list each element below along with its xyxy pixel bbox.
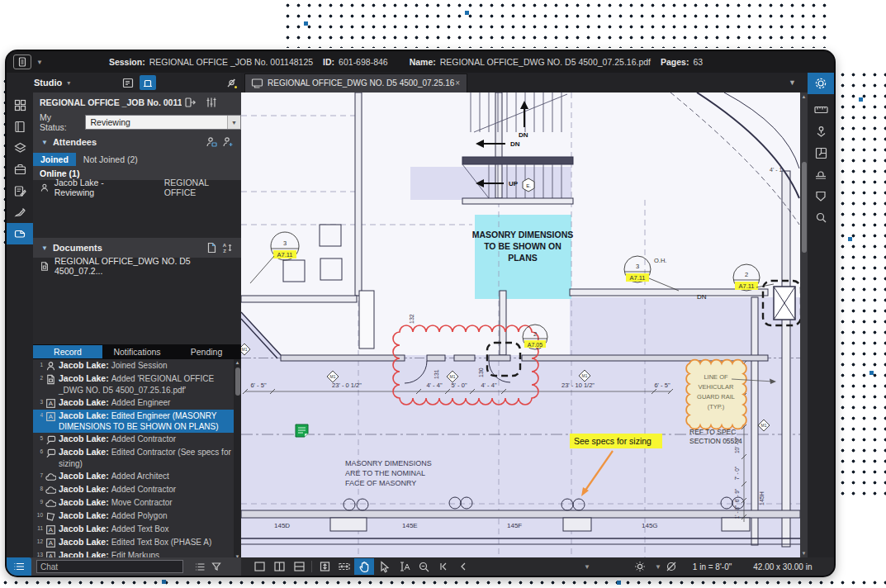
document-badge-icon[interactable] [13, 55, 31, 69]
chevron-down-icon[interactable]: ▾ [67, 79, 70, 87]
split-vertical-icon[interactable] [269, 558, 289, 575]
studio-panel: REGIONAL OFFICE _JOB No. 001148125 - 601… [33, 92, 241, 557]
leave-session-icon[interactable] [182, 95, 198, 110]
split-horizontal-icon[interactable] [289, 558, 309, 575]
record-row[interactable]: 1Jacob Lake:Joined Session [33, 359, 241, 372]
svg-text:A7.11: A7.11 [629, 274, 645, 282]
doc-name: Name: REGIONAL OFFICE_DWG NO. D5 4500_07… [410, 57, 651, 67]
my-status-label: My Status: [40, 112, 80, 132]
collapse-chevron-icon[interactable]: ▼ [41, 244, 48, 252]
markup-list-icon[interactable] [7, 180, 33, 202]
documents-header[interactable]: ▼ Documents AZ [33, 238, 241, 258]
properties-gear-icon[interactable] [808, 73, 834, 94]
page-size-indicator: 42.00 x 30.00 in [753, 562, 812, 571]
zoom-icon[interactable] [414, 558, 434, 575]
tab-record[interactable]: Record [33, 345, 102, 358]
stamp-icon[interactable] [808, 164, 834, 185]
session-value: REGIONAL OFFICE _JOB No. 001148125 [149, 57, 313, 67]
attendee-row[interactable]: Jacob Lake - Reviewing REGIONAL OFFICE [33, 180, 241, 195]
decor-accent [869, 371, 874, 375]
chevron-down-icon[interactable]: ▼ [227, 116, 240, 129]
attendee-org: REGIONAL OFFICE [164, 178, 241, 197]
studio-rail-icon[interactable] [7, 223, 33, 244]
record-row[interactable]: 7Jacob Lake:Added Architect [33, 470, 241, 483]
invite-attendee-icon[interactable] [220, 135, 236, 149]
list-view-icon[interactable] [192, 559, 208, 574]
record-row[interactable]: 10Jacob Lake:Added Polygon [33, 510, 241, 523]
select-cursor-icon[interactable] [374, 558, 394, 575]
tab-not-joined[interactable]: Not Joined (2) [76, 153, 145, 166]
previous-page-icon[interactable] [453, 558, 473, 575]
brightness-chevron-icon[interactable]: ▼ [655, 563, 661, 571]
first-page-icon[interactable] [434, 558, 453, 575]
close-tab-icon[interactable]: × [455, 78, 460, 88]
svg-text:4' - 4": 4' - 4" [481, 382, 496, 389]
add-document-icon[interactable] [203, 240, 220, 255]
record-row[interactable]: 8Jacob Lake:Added Contractor [33, 483, 241, 496]
pan-hand-icon[interactable] [354, 558, 374, 575]
record-row[interactable]: 9Jacob Lake:Move Contractor [33, 496, 241, 510]
measure-icon[interactable] [808, 99, 834, 121]
shield-icon[interactable] [808, 185, 834, 206]
svg-text:6' - 9": 6' - 9" [734, 488, 740, 502]
flag-pin-icon[interactable] [223, 75, 239, 90]
session-settings-icon[interactable] [203, 95, 220, 110]
svg-text:DN: DN [697, 293, 707, 301]
studio-session-icon[interactable] [140, 75, 156, 90]
fit-width-icon[interactable] [334, 558, 354, 575]
document-row[interactable]: REGIONAL OFFICE_DWG NO. D5 4500_07.2... [33, 258, 241, 274]
bookmarks-icon[interactable] [7, 116, 33, 137]
toolbar-chevron-icon[interactable]: ▼ [584, 563, 590, 571]
attendee-list: Jacob Lake - Reviewing REGIONAL OFFICE [33, 180, 241, 238]
document-tab[interactable]: REGIONAL OFFICE_DWG NO. D5 4500_07.25.16… [244, 74, 467, 92]
decor-dots-left [0, 76, 6, 249]
record-scrollbar[interactable]: ▲▼ [234, 359, 241, 557]
select-text-icon[interactable] [394, 558, 414, 575]
single-page-view-icon[interactable] [249, 558, 269, 575]
record-row[interactable]: 5Jacob Lake:Added Contractor [33, 433, 241, 446]
svg-text:145F: 145F [507, 522, 522, 529]
search-icon[interactable] [808, 206, 834, 228]
spaces-pin-icon[interactable] [808, 121, 834, 142]
scale-indicator[interactable]: 1 in = 8'-0" [693, 562, 732, 571]
my-status-select[interactable]: Reviewing ▼ [85, 115, 241, 130]
fit-page-icon[interactable] [315, 558, 334, 575]
record-row[interactable]: 3Jacob Lake:Added Engineer [33, 396, 241, 410]
tab-notifications[interactable]: Notifications [102, 345, 172, 358]
filter-icon[interactable] [208, 559, 225, 574]
record-row-selected[interactable]: 4Jacob Lake:Edited Engineer (MASONRY DIM… [33, 410, 241, 434]
drawing-canvas[interactable]: DN DN UP DN 4' - 1 E. M1 M1 M1 M1 M1 132… [241, 92, 800, 557]
toolchest-icon[interactable] [7, 159, 33, 180]
attendee-permissions-icon[interactable] [203, 135, 220, 149]
chat-input[interactable] [36, 560, 183, 573]
session-title: REGIONAL OFFICE _JOB No. 001148125 - 601… [40, 97, 182, 107]
tab-list-chevron-icon[interactable]: ▼ [789, 78, 796, 87]
session-label: Session: [109, 57, 145, 67]
record-row[interactable]: 11Jacob Lake:Added Text Box [33, 523, 241, 536]
chevron-down-icon[interactable]: ▼ [36, 59, 43, 66]
record-row[interactable]: 12Jacob Lake:Edited Text Box (PHASE A) [33, 536, 241, 549]
thumbnails-icon[interactable] [7, 94, 33, 116]
floor-plan: DN DN UP DN 4' - 1 E. M1 M1 M1 M1 M1 132… [241, 92, 800, 557]
svg-text:130: 130 [478, 368, 484, 377]
tab-joined[interactable]: Joined [33, 153, 76, 166]
tab-pending[interactable]: Pending [172, 345, 241, 358]
record-row[interactable]: 6Jacob Lake:Edited Contractor (See specs… [33, 446, 241, 470]
sort-az-icon[interactable]: AZ [220, 240, 236, 255]
brightness-icon[interactable] [630, 558, 650, 575]
layers-icon[interactable] [7, 137, 33, 159]
signature-icon[interactable] [7, 202, 33, 223]
panel-list-icon[interactable] [120, 75, 136, 90]
attendees-header[interactable]: ▼ Attendees [33, 132, 241, 152]
record-tabs: Record Notifications Pending [33, 344, 241, 359]
record-row[interactable]: 2Jacob Lake:Added 'REGIONAL OFFICE _DWG … [33, 372, 241, 396]
note-markup[interactable] [296, 424, 308, 437]
record-row[interactable]: 13Jacob Lake:Edit Markups [33, 549, 241, 557]
drawing-scrollbar[interactable]: ▲▼ [800, 92, 808, 557]
decor-dots-bottom [0, 577, 886, 588]
markup-list-toggle-icon[interactable] [7, 557, 31, 576]
layouts-icon[interactable] [808, 142, 834, 164]
my-status-row: My Status: Reviewing ▼ [33, 112, 241, 132]
collapse-chevron-icon[interactable]: ▼ [41, 139, 48, 146]
disable-sync-icon[interactable] [661, 558, 681, 575]
